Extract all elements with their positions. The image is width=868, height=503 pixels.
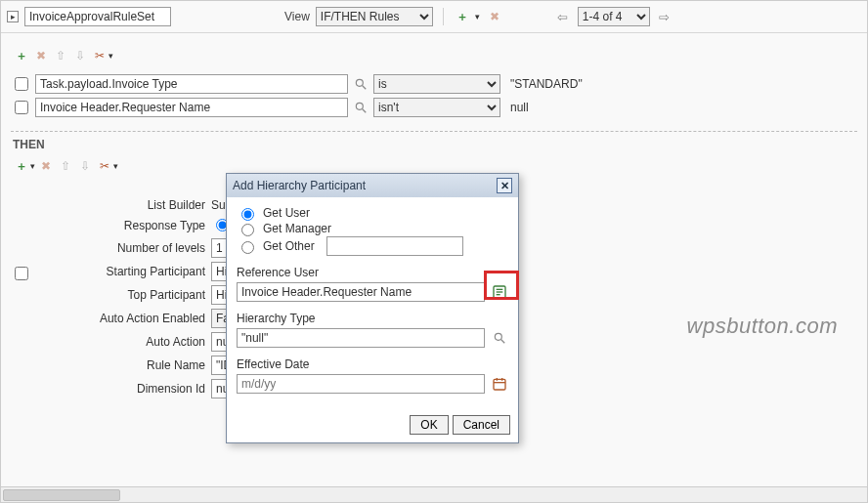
- ok-button[interactable]: OK: [410, 415, 448, 435]
- field-label: Rule Name: [147, 358, 205, 372]
- cut-icon[interactable]: ✂: [91, 47, 108, 64]
- plus-dropdown-icon[interactable]: ▾: [475, 12, 480, 21]
- field-label: List Builder: [148, 198, 205, 212]
- paginator-dropdown[interactable]: 1-4 of 4: [578, 7, 650, 26]
- search-icon[interactable]: [352, 75, 369, 93]
- svg-point-8: [495, 333, 501, 340]
- move-down-icon: ⇩: [76, 157, 94, 175]
- hierarchy-type-input[interactable]: [237, 328, 485, 348]
- move-up-icon: ⇧: [57, 157, 74, 175]
- field-label: Dimension Id: [137, 382, 205, 396]
- cut-dropdown-icon[interactable]: ▾: [113, 161, 118, 171]
- condition-operator-dropdown[interactable]: isn't: [373, 98, 500, 117]
- view-dropdown[interactable]: IF/THEN Rules: [316, 7, 433, 26]
- delete-icon: ✖: [486, 8, 503, 25]
- condition-checkbox[interactable]: [15, 101, 28, 114]
- prev-page-icon[interactable]: ⇦: [554, 8, 572, 25]
- expand-toggle[interactable]: ▸: [7, 11, 19, 22]
- svg-line-1: [363, 86, 367, 90]
- if-toolbar: ＋ ✖ ⇧ ⇩ ✂ ▾: [13, 47, 857, 64]
- search-icon[interactable]: [352, 99, 369, 116]
- condition-row: isn't null: [11, 98, 857, 117]
- ruleset-name-input[interactable]: [24, 7, 171, 26]
- reference-user-label: Reference User: [237, 266, 508, 279]
- next-page-icon[interactable]: ⇨: [656, 8, 673, 25]
- field-label: Number of levels: [117, 241, 205, 255]
- condition-value: "STANDARD": [504, 75, 592, 93]
- svg-point-2: [356, 103, 363, 109]
- move-down-icon: ⇩: [71, 47, 89, 64]
- get-manager-radio[interactable]: [241, 224, 254, 236]
- close-icon[interactable]: ✕: [497, 178, 512, 193]
- svg-line-3: [363, 109, 367, 113]
- condition-operator-dropdown[interactable]: is: [373, 74, 500, 94]
- field-label: Response Type: [124, 219, 205, 232]
- field-label: Top Participant: [128, 288, 205, 302]
- cut-icon[interactable]: ✂: [96, 157, 113, 175]
- view-label: View: [284, 10, 310, 23]
- scrollbar-thumb[interactable]: [3, 489, 120, 501]
- plus-icon[interactable]: ＋: [454, 8, 471, 25]
- get-user-radio[interactable]: [241, 208, 254, 221]
- delete-action-icon: ✖: [37, 157, 55, 175]
- then-label: THEN: [13, 138, 855, 151]
- calendar-icon[interactable]: [491, 375, 508, 393]
- reference-user-input[interactable]: [237, 282, 485, 302]
- move-up-icon: ⇧: [52, 47, 69, 64]
- get-other-radio[interactable]: [241, 241, 254, 254]
- add-condition-icon[interactable]: ＋: [13, 47, 30, 64]
- dialog-title: Add Hierarchy Participant: [233, 179, 366, 192]
- get-user-label: Get User: [263, 206, 310, 220]
- add-action-icon[interactable]: ＋: [13, 157, 30, 175]
- delete-condition-icon: ✖: [32, 47, 50, 64]
- get-other-label: Get Other: [263, 239, 315, 253]
- add-action-dropdown-icon[interactable]: ▾: [30, 161, 35, 171]
- effective-date-label: Effective Date: [237, 357, 508, 371]
- hierarchy-type-label: Hierarchy Type: [237, 312, 508, 325]
- effective-date-input[interactable]: [237, 374, 485, 394]
- cut-dropdown-icon[interactable]: ▾: [108, 51, 113, 61]
- svg-point-0: [356, 79, 363, 86]
- condition-checkbox[interactable]: [15, 77, 28, 91]
- field-label: Auto Action Enabled: [100, 312, 205, 325]
- get-manager-label: Get Manager: [263, 222, 331, 235]
- condition-row: is "STANDARD": [11, 74, 857, 94]
- condition-value: null: [504, 99, 592, 116]
- field-label: Auto Action: [146, 335, 205, 349]
- condition-field-input[interactable]: [35, 74, 348, 94]
- field-label: Starting Participant: [107, 265, 205, 278]
- expression-builder-icon[interactable]: [491, 283, 508, 301]
- get-other-input[interactable]: [326, 236, 463, 256]
- action-checkbox[interactable]: [15, 267, 28, 280]
- add-hierarchy-participant-dialog: Add Hierarchy Participant ✕ Get User Get…: [226, 173, 519, 443]
- cancel-button[interactable]: Cancel: [453, 415, 510, 435]
- condition-field-input[interactable]: [35, 98, 348, 117]
- svg-rect-10: [494, 379, 505, 390]
- horizontal-scrollbar[interactable]: [1, 486, 867, 502]
- separator: [443, 8, 444, 25]
- search-icon[interactable]: [491, 329, 508, 347]
- svg-line-9: [501, 340, 505, 344]
- divider: [11, 131, 857, 132]
